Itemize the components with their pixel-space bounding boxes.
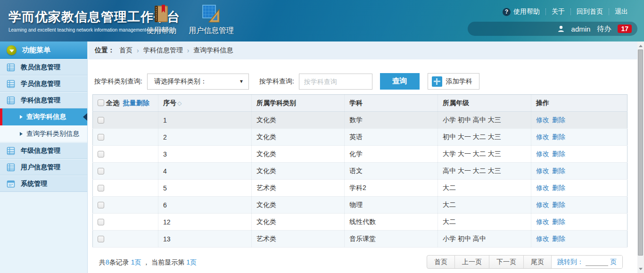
page-first-button[interactable]: 首页	[427, 256, 454, 268]
cell-no: 1	[158, 112, 252, 129]
row-checkbox[interactable]	[98, 202, 104, 208]
edit-link[interactable]: 修改	[536, 167, 549, 174]
row-checkbox[interactable]	[98, 185, 104, 191]
delete-link[interactable]: 删除	[552, 133, 565, 141]
subject-search-input[interactable]	[299, 74, 372, 90]
cell-category: 文化类	[252, 163, 345, 180]
delete-link[interactable]: 删除	[552, 184, 565, 191]
row-checkbox[interactable]	[98, 219, 104, 225]
cell-grades: 大二	[438, 197, 531, 214]
cell-subject: 音乐课堂	[345, 231, 438, 248]
select-all-label: 全选	[106, 99, 119, 107]
user-pill[interactable]: admin 待办 17	[468, 22, 637, 36]
delete-link[interactable]: 删除	[552, 201, 565, 208]
sidebar-item-3[interactable]: 年级信息管理	[0, 142, 87, 159]
row-checkbox[interactable]	[98, 236, 104, 242]
caret-down-icon: ▼	[239, 79, 244, 84]
summary-segment: 共	[99, 258, 106, 266]
cell-category: 文化类	[252, 129, 345, 146]
batch-delete-link[interactable]: 批量删除	[123, 99, 149, 107]
main-content: 位置： 首页 › 学科信息管理 › 查询学科信息 按学科类别查询: 请选择学科类…	[88, 41, 637, 273]
page-jump: 跳转到： 页	[551, 256, 622, 268]
list-icon	[7, 96, 15, 105]
column-header-actions: 操作	[531, 95, 627, 112]
cell-subject: 数学	[345, 112, 438, 129]
todo-label: 待办	[597, 25, 611, 33]
cell-subject: 学科2	[345, 180, 438, 197]
cell-no: 5	[158, 180, 252, 197]
sidebar-item-label: 系统管理	[21, 180, 47, 188]
edit-link[interactable]: 修改	[536, 150, 549, 157]
user-icon	[557, 25, 565, 33]
table-row: 3文化类化学大学 大一 大二 大三修改删除	[93, 146, 627, 163]
breadcrumb-query-subject[interactable]: 查询学科信息	[193, 46, 233, 55]
scroll-up-arrow-icon[interactable]	[637, 42, 644, 49]
breadcrumb-subject-mgmt[interactable]: 学科信息管理	[143, 46, 183, 55]
page-jump-input[interactable]	[586, 258, 608, 266]
sidebar-menu: 教员信息管理学员信息管理学科信息管理查询学科信息查询学科类别信息年级信息管理用户…	[0, 59, 87, 192]
edit-link[interactable]: 修改	[536, 116, 549, 124]
cell-grades: 大二	[438, 180, 531, 197]
username: admin	[571, 25, 591, 33]
shortcut-user-info[interactable]: 用户信息管理	[189, 4, 234, 36]
select-all-checkbox[interactable]	[98, 99, 104, 106]
sidebar-subitem-2-0[interactable]: 查询学科信息	[0, 108, 87, 125]
todo-count-badge[interactable]: 17	[618, 25, 632, 33]
sort-icon[interactable]: ◇	[177, 100, 182, 107]
cell-no: 3	[158, 146, 252, 163]
sidebar-item-0[interactable]: 教员信息管理	[0, 59, 87, 75]
util-link-home[interactable]: 回到首页	[571, 8, 609, 16]
row-checkbox[interactable]	[98, 117, 104, 124]
page-last-button[interactable]: 尾页	[523, 256, 551, 268]
category-select-value: 请选择学科类别：	[154, 77, 207, 86]
edit-link[interactable]: 修改	[536, 201, 549, 208]
delete-link[interactable]: 删除	[552, 235, 565, 242]
row-checkbox[interactable]	[98, 134, 104, 141]
sidebar-subitem-2-1[interactable]: 查询学科类别信息	[0, 125, 87, 142]
sidebar-item-2[interactable]: 学科信息管理	[0, 92, 87, 108]
sidebar-item-5[interactable]: 系统管理	[0, 175, 87, 192]
scrollbar-thumb[interactable]	[638, 50, 643, 256]
util-link-about[interactable]: 关于	[546, 8, 570, 16]
add-subject-button[interactable]: 添加学科	[428, 73, 479, 90]
records-summary: 共8条记录 1页 ， 当前显示第 1页	[99, 258, 197, 267]
search-button[interactable]: 查询	[380, 73, 420, 90]
column-header-no[interactable]: 序号◇	[158, 95, 252, 112]
cell-category: 艺术类	[252, 180, 345, 197]
edit-link[interactable]: 修改	[536, 218, 549, 225]
shortcut-help[interactable]: 使用帮助	[146, 4, 176, 36]
subjects-table: 全选 批量删除 序号◇ 所属学科类别 学科 所属年级 操作 1文化类数学小学 初…	[92, 94, 627, 248]
sidebar-item-4[interactable]: 用户信息管理	[0, 159, 87, 175]
table-row: 6文化类物理大二修改删除	[93, 197, 627, 214]
row-checkbox[interactable]	[98, 168, 104, 174]
list-icon	[7, 63, 15, 72]
sidebar-header[interactable]: 功能菜单	[0, 41, 87, 59]
cell-no: 12	[158, 214, 252, 231]
edit-link[interactable]: 修改	[536, 184, 549, 191]
delete-link[interactable]: 删除	[552, 150, 565, 157]
cell-category: 文化类	[252, 146, 345, 163]
page-next-button[interactable]: 下一页	[489, 256, 523, 268]
edit-link[interactable]: 修改	[536, 133, 549, 141]
delete-link[interactable]: 删除	[552, 116, 565, 124]
edit-link[interactable]: 修改	[536, 235, 549, 242]
sidebar-item-1[interactable]: 学员信息管理	[0, 75, 87, 92]
category-filter-label: 按学科类别查询:	[94, 77, 142, 86]
breadcrumb-separator: ›	[137, 47, 139, 54]
util-link-logout[interactable]: 退出	[609, 8, 634, 16]
cell-grades: 初中 大一 大二 大三	[438, 129, 531, 146]
scroll-down-arrow-icon[interactable]	[637, 265, 644, 272]
category-select[interactable]: 请选择学科类别： ▼	[147, 74, 249, 90]
cell-no: 13	[158, 231, 252, 248]
delete-link[interactable]: 删除	[552, 167, 565, 174]
delete-link[interactable]: 删除	[552, 218, 565, 225]
breadcrumb-home[interactable]: 首页	[119, 46, 132, 55]
cell-category: 文化类	[252, 112, 345, 129]
utility-links: ? 使用帮助 关于 回到首页 退出	[503, 8, 634, 16]
sidebar-item-label: 用户信息管理	[21, 163, 60, 172]
page-prev-button[interactable]: 上一页	[454, 256, 489, 268]
util-link-help[interactable]: 使用帮助	[508, 8, 545, 16]
vertical-scrollbar[interactable]	[637, 41, 644, 273]
cell-subject: 物理	[345, 197, 438, 214]
row-checkbox[interactable]	[98, 151, 104, 157]
